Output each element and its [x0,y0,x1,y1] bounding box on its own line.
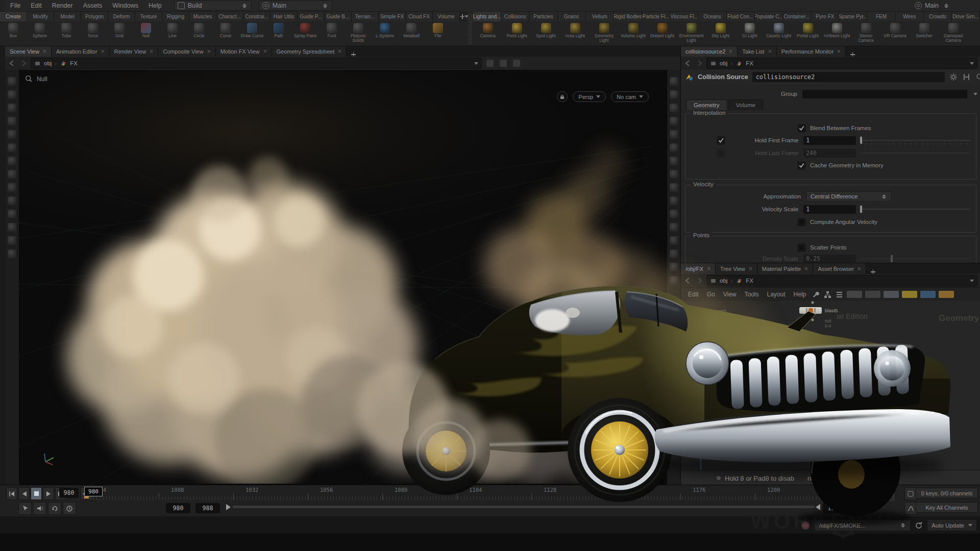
close-icon[interactable] [707,267,710,270]
node-body[interactable] [799,307,822,314]
shelf-tab[interactable]: Fluid Con... [727,11,755,21]
close-icon[interactable] [768,49,772,53]
go-start-button[interactable] [6,487,17,500]
channel-scope-icon[interactable] [904,502,917,515]
back-icon[interactable] [684,277,692,284]
shelf-tab[interactable]: Guide P... [298,11,325,21]
density-field[interactable]: 0.25 [803,255,856,263]
global-range-start-field[interactable]: 980 [166,503,190,513]
timeline-ruler[interactable]: 9841008103210561080110411281152117612001… [84,487,867,500]
gear-icon[interactable] [949,72,958,82]
key-all-channels-button[interactable]: Key All Channels [916,502,978,513]
projection-button[interactable]: Persp [573,91,606,102]
hold-last-slider[interactable] [860,149,971,157]
shelf-tool[interactable]: Stereo Camera [851,21,880,45]
pane-tab[interactable]: Scene View [5,46,52,57]
viewport-tool-icon[interactable] [8,157,16,165]
shelf-tab[interactable]: Deform [108,11,135,21]
shelf-tool[interactable]: Point Light [502,21,531,45]
shelf-tab[interactable]: Lights and... [473,11,501,21]
close-icon[interactable] [101,49,105,53]
back-icon[interactable] [8,60,16,67]
back-icon[interactable] [684,60,692,67]
pane-tab[interactable]: Take List [738,46,776,57]
menu-item[interactable]: Help [143,0,167,11]
audio-icon[interactable] [33,502,46,515]
shelf-tab[interactable]: Populate C... [755,11,783,21]
shelf-tab[interactable]: Muscles [189,11,216,21]
network-menu-item[interactable]: View [719,291,741,298]
viewport-display-icon[interactable] [670,196,678,205]
path-breadcrumb[interactable]: obj› FX [706,275,977,286]
shelf-tool[interactable]: File [425,21,451,45]
shelf-tab[interactable]: Charact... [216,11,243,21]
shelf-tool[interactable]: Tube [53,21,80,45]
shelf-tool[interactable]: Path [265,21,292,45]
path-dropdown-icon[interactable] [970,62,974,65]
shelf-tool[interactable]: Sky Light [706,21,735,45]
param-folder-tab[interactable]: Volume [728,99,763,110]
menu-item[interactable]: Assets [78,0,108,11]
forward-icon[interactable] [19,60,28,67]
shelf-tool[interactable]: Grid [106,21,133,45]
shelfset-select[interactable]: Main [259,1,332,11]
shelf-tab[interactable]: Grains [558,11,586,21]
shelf-tool[interactable]: Environment Light [677,21,706,45]
pane-tab[interactable]: Motion FX View [216,46,272,57]
viewport-display-icon[interactable] [670,130,678,139]
viewport-display-icon[interactable] [670,104,678,112]
shelf-tool[interactable]: Circle [186,21,212,45]
close-icon[interactable] [43,49,46,53]
add-shelf-button[interactable] [460,11,464,21]
keys-summary-button[interactable]: 0 keys, 0/0 channels [916,488,978,498]
shelf-tab[interactable]: Modify [27,11,54,21]
group-dropdown-button[interactable] [970,93,980,95]
shelf-tool[interactable]: Font [318,21,345,45]
pane-tab[interactable]: Composite View [158,46,215,57]
node-body[interactable] [690,450,717,457]
pane-tab[interactable]: Asset Browser [813,263,866,274]
shelf-tool[interactable]: Draw Curve [239,21,265,45]
param-folder-tab[interactable]: Geometry [686,99,727,110]
shelf-tab[interactable]: Terrain... [352,11,379,21]
desktop-spinner[interactable] [241,2,248,9]
network-canvas[interactable]: Geometry ial Edition blast5 not: 0-4 ert… [681,301,980,470]
shelf-tab[interactable]: Model [54,11,81,21]
shelf-tab[interactable]: Particle Fl... [642,11,670,21]
hold-first-slider[interactable] [860,137,971,144]
menu-item[interactable]: Render [47,0,78,11]
path-dropdown-icon[interactable] [474,62,478,65]
camera-select-button[interactable]: No cam [611,91,649,102]
viewport-tool-icon[interactable] [8,249,16,258]
shelf-tool[interactable]: Line [159,21,186,45]
shelf-tab[interactable]: Oceans [698,11,726,21]
snapshot-icon[interactable] [884,291,899,298]
stop-button[interactable] [31,487,42,500]
shelf-tool[interactable]: VR Camera [880,21,910,45]
viewport-display-icon[interactable] [670,90,678,99]
tree-structure-icon[interactable] [824,291,831,298]
viewport-display-icon[interactable] [670,236,678,245]
loop-mode-icon[interactable] [48,502,61,515]
shelf-tab[interactable]: Constrai... [243,11,271,21]
playback-range-start-field[interactable]: 988 [195,503,220,513]
viewport-display-icon[interactable] [670,263,678,271]
shelf-tool[interactable]: Area Light [560,21,590,45]
shelf-tool[interactable]: Spot Light [531,21,560,45]
radial-spinner[interactable] [943,2,949,9]
shelf-tool[interactable]: GI Light [735,21,764,45]
cook-node-path[interactable]: /obj/FX/SMOKE... [815,519,911,531]
viewport-tool-icon[interactable] [8,236,16,245]
shelf-tool[interactable]: Metaball [398,21,425,45]
add-pane-tab-button[interactable] [866,269,879,274]
shelf-tab[interactable]: Particles [529,11,557,21]
set-key-button[interactable] [874,489,887,502]
shelf-tab[interactable]: Sparse Pyr... [839,11,867,21]
viewport-tool-icon[interactable] [8,196,16,205]
shelfset-spinner[interactable] [322,2,329,9]
close-icon[interactable] [263,49,267,53]
close-icon[interactable] [729,49,732,53]
folder-icon[interactable] [939,291,954,298]
shelf-tab[interactable]: Guide B... [325,11,352,21]
viewport-tool-icon[interactable] [8,143,16,152]
